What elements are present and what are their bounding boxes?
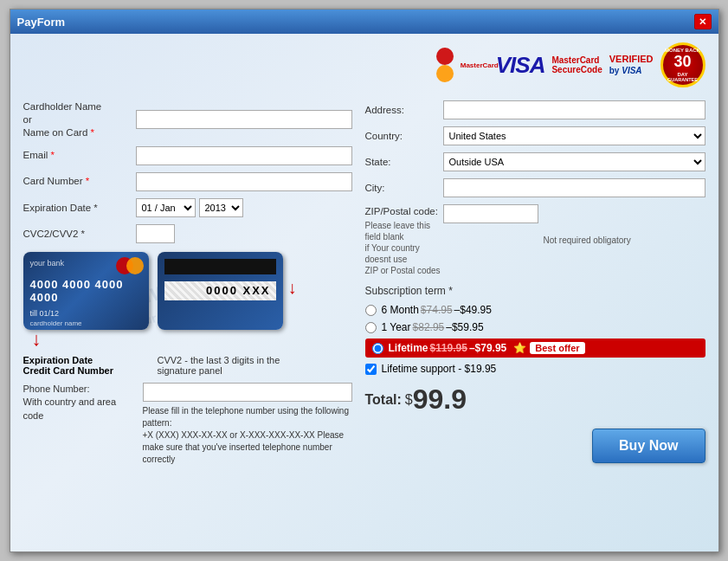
address-label: Address: <box>365 105 443 115</box>
title-bar: PayForm ✕ <box>10 10 718 34</box>
total-label: Total: <box>365 392 402 408</box>
sub-radio-6month[interactable] <box>365 305 377 316</box>
sub-lifetime-label: Lifetime <box>389 342 428 354</box>
card-front-expiry: till 01/12 <box>30 309 142 318</box>
sub-1year-old-price: $82.95 <box>413 321 445 333</box>
mc-secure-text1: MasterCard <box>551 55 602 65</box>
expiry-date-card-label: Expiration Date <box>23 355 149 365</box>
phone-input-area: Please fill in the telephone number usin… <box>143 383 352 466</box>
address-row: Address: <box>365 100 705 119</box>
form-content: Malware TipsYour Security Advisor Master… <box>10 34 718 551</box>
by-visa-text: by VISA <box>609 66 654 76</box>
sub-1year-label: 1 Year <box>382 321 411 333</box>
expiry-selects: 01 / Jan 02 / Feb 03 / Mar 04 / Apr 05 /… <box>136 198 243 217</box>
zip-input[interactable] <box>443 204 538 223</box>
card-number-input[interactable] <box>136 172 352 191</box>
city-label: City: <box>365 183 443 193</box>
sub-option-lifetime: Lifetime $119.95 – $79.95 ⭐ Best offer <box>365 339 705 358</box>
email-input[interactable] <box>136 146 352 165</box>
cardholder-label: Cardholder NameorName on Card * <box>23 100 136 139</box>
cvv-caption: CVV2 - the last 3 digits in the signatur… <box>158 355 283 376</box>
country-select[interactable]: United States Canada United Kingdom Aust… <box>443 126 705 145</box>
lifetime-support-checkbox[interactable] <box>365 364 377 375</box>
guarantee-text: GUARANTEE <box>667 77 698 83</box>
total-amount: 99.9 <box>413 384 467 416</box>
card-number-row: Card Number * <box>23 172 352 191</box>
close-button[interactable]: ✕ <box>694 14 712 29</box>
card-labels-row: Expiration Date Credit Card Number CVV2 … <box>23 355 352 376</box>
card-back-illustration: 0000 XXX <box>158 252 283 330</box>
sub-dash-1: – <box>454 304 461 316</box>
sub-6month-label: 6 Month <box>382 304 419 316</box>
card-mc-circles <box>116 257 144 274</box>
cvv-label: CVC2/CVV2 * <box>23 229 136 239</box>
expiry-label: Expiration Date * <box>23 203 136 213</box>
sub-lifetime-dash: – <box>469 342 475 354</box>
sub-required: * <box>448 285 453 297</box>
sub-option-1year: 1 Year $82.95 – $59.95 <box>365 321 705 333</box>
back-card-wrapper: 0000 XXX ↓ <box>158 252 297 330</box>
cvv-required: * <box>81 229 85 239</box>
city-row: City: <box>365 178 705 197</box>
cvv-input[interactable] <box>136 224 175 243</box>
zip-hint: Please leave this field blankif Your cou… <box>365 220 443 276</box>
mc-circle-right <box>436 65 454 82</box>
zip-label-block: ZIP/Postal code: Please leave this field… <box>365 204 443 276</box>
phone-section: Phone Number:With country and areacode P… <box>23 383 352 466</box>
cardholder-required: * <box>90 127 93 138</box>
zip-not-required: Not required obligatory <box>544 235 631 245</box>
mastercard-logo: MasterCard <box>446 51 489 79</box>
main-window: PayForm ✕ Malware TipsYour Security Advi… <box>10 9 719 552</box>
country-row: Country: United States Canada United Kin… <box>365 126 705 145</box>
phone-label: Phone Number:With country and areacode <box>23 383 136 466</box>
verified-visa-logo: VERIFIED by VISA <box>609 54 654 75</box>
sub-1year-new-price: $59.95 <box>452 321 484 333</box>
zip-title: ZIP/Postal code: <box>365 204 443 218</box>
cardholder-input[interactable] <box>136 110 352 129</box>
city-input[interactable] <box>443 178 705 197</box>
credit-card-number-label: Credit Card Number <box>23 365 149 376</box>
expiry-required: * <box>93 203 97 213</box>
mastercard-text: MasterCard <box>461 61 499 69</box>
card-front-number: 4000 4000 4000 4000 <box>30 278 142 304</box>
expiry-month-select[interactable]: 01 / Jan 02 / Feb 03 / Mar 04 / Apr 05 /… <box>136 198 196 217</box>
buy-now-button[interactable]: Buy Now <box>592 429 705 463</box>
total-dollar: $ <box>405 392 413 408</box>
subscription-title: Subscription term * <box>365 285 705 297</box>
state-row: State: Outside USA Alabama Alaska Arizon… <box>365 152 705 171</box>
signature-panel: 0000 XXX <box>164 281 276 300</box>
guarantee-number: 30 <box>673 53 691 72</box>
expiry-row: Expiration Date * 01 / Jan 02 / Feb 03 /… <box>23 198 352 217</box>
card-mc-right <box>126 257 144 274</box>
phone-hint: Please fill in the telephone number usin… <box>143 405 352 466</box>
lifetime-support-label: Lifetime support - $19.95 <box>382 363 497 375</box>
form-area: Cardholder NameorName on Card * Email * … <box>23 100 705 466</box>
sub-option-6month: 6 Month $74.95 – $49.95 <box>365 304 705 316</box>
state-select[interactable]: Outside USA Alabama Alaska Arizona Calif… <box>443 152 705 171</box>
right-column: Address: Country: United States Canada U… <box>365 100 705 466</box>
email-row: Email * <box>23 146 352 165</box>
country-label: Country: <box>365 131 443 141</box>
expiry-year-select[interactable]: 2013 2014 2015 2016 2017 2018 <box>199 198 243 217</box>
best-offer-star: ⭐ <box>513 342 526 354</box>
mc-secure-text2: SecureCode <box>551 65 602 74</box>
sub-radio-lifetime[interactable] <box>372 343 383 354</box>
sub-dash-2: – <box>446 321 452 333</box>
payment-logos: MasterCard VISA MasterCard SecureCode VE… <box>23 42 705 87</box>
sub-lifetime-new-price: $79.95 <box>475 342 507 354</box>
left-column: Cardholder NameorName on Card * Email * … <box>23 100 352 466</box>
mc-circle-left <box>436 48 454 65</box>
guarantee-badge: MONEY BACK 30 DAY GUARANTEE <box>660 42 705 87</box>
title-bar-controls: ✕ <box>694 14 712 29</box>
expiry-arrow: ↓ <box>32 328 42 351</box>
zip-row: ZIP/Postal code: Please leave this field… <box>365 204 705 276</box>
front-card-wrapper: your bank 4000 4000 4000 4000 till 01/12… <box>23 252 149 351</box>
email-required: * <box>50 150 54 160</box>
card-required: * <box>86 176 89 186</box>
address-input[interactable] <box>443 100 705 119</box>
phone-input[interactable] <box>143 383 352 402</box>
best-offer-badge: Best offer <box>530 342 584 354</box>
verified-text: VERIFIED <box>609 54 654 65</box>
card-front-holder: cardholder name <box>30 319 142 327</box>
sub-radio-1year[interactable] <box>365 322 377 333</box>
